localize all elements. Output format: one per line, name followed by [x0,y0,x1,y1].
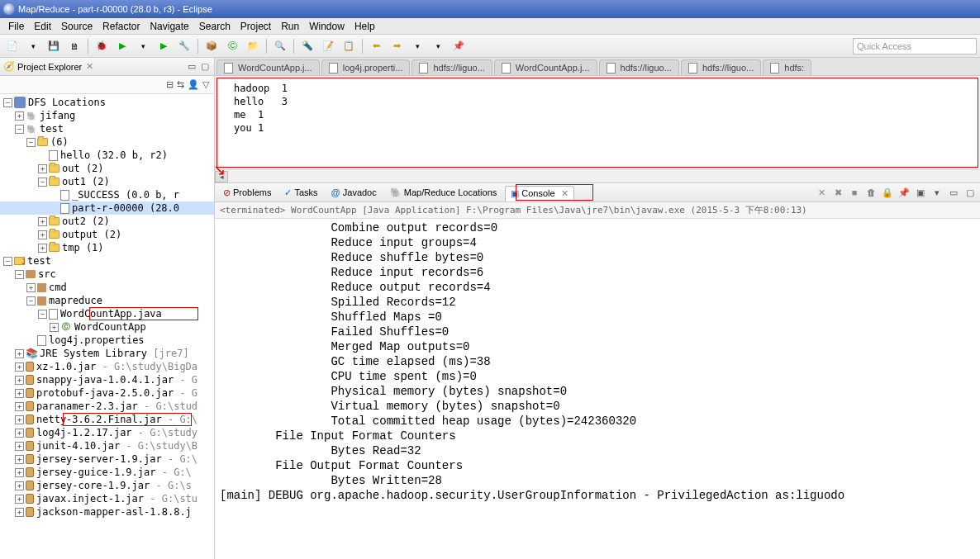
tree-item[interactable]: cmd [49,282,67,293]
tree-item[interactable]: (6) [50,136,69,148]
minimize-icon[interactable]: ▭ [947,187,960,198]
expand-icon[interactable]: + [15,455,24,464]
expand-icon[interactable]: + [38,244,47,253]
toggle-button[interactable]: 📋 [340,37,358,55]
tree-item[interactable]: tmp (1) [62,242,104,253]
save-button[interactable]: 💾 [45,37,63,55]
tree-item[interactable]: protobuf-java-2.5.0.jar - G [36,387,197,399]
menu-run[interactable]: Run [276,21,304,32]
link-editor-icon[interactable]: ⇆ [177,79,184,90]
open-type-button[interactable]: 🔍 [271,37,289,55]
expand-icon[interactable]: + [15,389,24,398]
new-button[interactable]: 📄 [3,37,21,55]
tree-item[interactable]: out1 (2) [62,176,110,187]
menu-edit[interactable]: Edit [29,21,56,32]
tab-mapreduce-locations[interactable]: 🐘Map/Reduce Locations [385,186,502,200]
collapse-icon[interactable]: − [3,257,12,266]
expand-icon[interactable]: + [15,415,24,424]
editor-tab[interactable]: hdfs://liguo... [681,59,761,75]
horizontal-scrollbar[interactable]: ◂ [215,169,980,182]
quick-access-input[interactable]: Quick Access [853,38,977,54]
tree-item[interactable]: javax.inject-1.jar - G:\stu [36,493,197,505]
menu-source[interactable]: Source [56,21,98,32]
pin-console-icon[interactable]: 📌 [897,187,911,198]
back-button[interactable]: ⬅ [367,37,385,55]
editor-tab[interactable]: hdfs: [763,59,811,75]
menu-search[interactable]: Search [194,21,235,32]
tree-item[interactable]: WordCountApp [74,321,146,333]
tree-item[interactable]: src [38,268,56,280]
tree-item[interactable]: output (2) [62,229,121,240]
tab-problems[interactable]: ⊘Problems [218,186,276,200]
editor-tab[interactable]: hdfs://liguo... [412,59,492,75]
tree-item[interactable]: mapreduce [49,295,102,306]
search-button[interactable]: 🔦 [298,37,316,55]
pin-button[interactable]: 📌 [450,37,468,55]
collapse-icon[interactable]: − [38,178,47,187]
collapse-icon[interactable]: − [15,125,24,134]
dropdown-icon[interactable]: ▾ [429,37,447,55]
tree-item[interactable]: WordCountApp.java [60,308,162,320]
dropdown-icon[interactable]: ▾ [24,37,42,55]
expand-icon[interactable]: + [15,468,24,477]
clear-console-icon[interactable]: 🗑 [864,187,878,198]
save-all-button[interactable]: 🗎 [65,37,83,55]
tree-item[interactable]: jifang [40,110,75,121]
tree-item[interactable]: DFS Locations [28,97,106,108]
display-console-icon[interactable]: ▣ [914,187,927,198]
expand-icon[interactable]: + [38,230,47,239]
maximize-icon[interactable]: ▢ [963,187,977,198]
terminate-icon[interactable]: ■ [848,187,861,198]
tree-item[interactable]: JRE System Library [jre7] [40,348,189,359]
expand-icon[interactable]: + [26,283,36,292]
editor-content[interactable]: hadoop 1 hello 3 me 1 you 1 [216,78,978,168]
tree-item[interactable]: jersey-guice-1.9.jar - G:\ [36,467,192,478]
new-package-button[interactable]: 📦 [202,37,221,55]
tree-item[interactable]: snappy-java-1.0.4.1.jar - G [36,374,197,386]
remove-all-icon[interactable]: ✖ [831,187,844,198]
expand-icon[interactable]: + [50,323,59,332]
expand-icon[interactable]: + [15,442,24,451]
dropdown-icon[interactable]: ▾ [134,37,152,55]
scroll-lock-icon[interactable]: 🔒 [881,187,894,198]
tree-item[interactable]: jersey-server-1.9.jar - G:\ [36,453,197,465]
editor-tab[interactable]: log4j.properti... [321,59,411,75]
expand-icon[interactable]: + [38,217,47,226]
tree-item[interactable]: out (2) [62,163,104,174]
external-tools-button[interactable]: 🔧 [175,37,193,55]
new-class-button[interactable]: Ⓒ [223,37,241,55]
collapse-icon[interactable]: − [26,296,36,306]
tree-item[interactable]: test [27,255,51,267]
collapse-icon[interactable]: − [38,310,47,319]
minimize-icon[interactable]: ▭ [186,61,197,72]
editor-tab[interactable]: WordCountApp.j... [216,59,320,75]
close-icon[interactable]: ✕ [561,188,568,199]
menu-refactor[interactable]: Refactor [98,21,145,32]
debug-button[interactable]: 🐞 [93,37,111,55]
collapse-all-icon[interactable]: ⊟ [166,79,174,90]
remove-launch-icon[interactable]: ✕ [815,187,828,198]
tree-item[interactable]: hello (32.0 b, r2) [60,149,168,161]
tree-item[interactable]: jersey-core-1.9.jar - G:\s [36,480,192,491]
new-folder-button[interactable]: 📁 [244,37,262,55]
dropdown-icon[interactable]: ▾ [408,37,426,55]
menu-help[interactable]: Help [350,21,380,32]
tree-item[interactable]: netty-3.6.2.Final.jar - G:\ [36,414,197,425]
run-last-button[interactable]: ▶ [155,37,173,55]
editor-tab[interactable]: hdfs://liguo... [599,59,679,75]
tab-tasks[interactable]: ✓Tasks [279,186,322,200]
tree-item[interactable]: junit-4.10.jar - G:\study\B [36,440,197,452]
focus-icon[interactable]: 👤 [188,79,199,90]
view-menu-icon[interactable]: ▽ [202,79,209,90]
collapse-icon[interactable]: − [15,270,24,279]
menu-project[interactable]: Project [235,21,276,32]
expand-icon[interactable]: + [15,508,24,517]
close-icon[interactable]: ✕ [86,61,93,72]
run-button[interactable]: ▶ [113,37,131,55]
menu-file[interactable]: File [3,21,29,32]
expand-icon[interactable]: + [15,481,24,490]
tree-item-selected[interactable]: part-r-00000 (28.0 [72,202,179,214]
tree-item[interactable]: _SUCCESS (0.0 b, r [72,189,179,201]
tree-item[interactable]: log4j-1.2.17.jar - G:\study [36,427,197,438]
tab-console[interactable]: ▣Console✕ [505,186,573,201]
